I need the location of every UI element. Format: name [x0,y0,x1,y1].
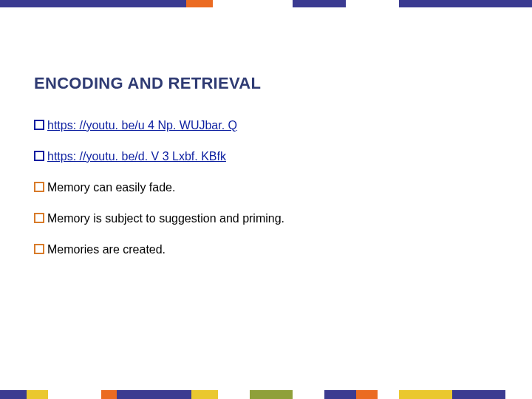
square-bullet-icon [34,244,44,254]
bullet-item: Memories are created. [34,242,498,257]
bottom-bar-segment [505,390,532,399]
bottom-bar-segment [356,390,378,399]
bottom-bar-segment [452,390,505,399]
decorative-bottom-bar [0,390,532,399]
bottom-bar-segment [250,390,293,399]
bullet-list: https: //youtu. be/u 4 Np. WUJbar. Qhttp… [34,118,498,273]
top-bar-segment [293,0,346,7]
bottom-bar-segment [0,390,27,399]
bottom-bar-segment [117,390,191,399]
decorative-top-bar [0,0,532,7]
bottom-bar-segment [324,390,356,399]
slide: ENCODING AND RETRIEVAL https: //youtu. b… [0,0,532,399]
bottom-bar-segment [399,390,452,399]
square-bullet-icon [34,213,44,223]
bullet-text: Memory is subject to suggestion and prim… [47,211,284,226]
square-bullet-icon [34,182,44,192]
top-bar-segment [346,0,399,7]
bottom-bar-segment [293,390,324,399]
top-bar-segment [213,0,293,7]
bottom-bar-segment [27,390,48,399]
slide-title: ENCODING AND RETRIEVAL [34,74,261,93]
bullet-item: Memory is subject to suggestion and prim… [34,211,498,226]
bottom-bar-segment [48,390,101,399]
top-bar-segment [399,0,532,7]
bullet-item: Memory can easily fade. [34,180,498,195]
top-bar-segment [0,0,186,7]
top-bar-segment [186,0,213,7]
bottom-bar-segment [101,390,117,399]
bullet-text: Memory can easily fade. [47,180,175,195]
bullet-link[interactable]: https: //youtu. be/u 4 Np. WUJbar. Q [47,118,237,133]
bullet-item: https: //youtu. be/d. V 3 Lxbf. KBfk [34,149,498,164]
bullet-link[interactable]: https: //youtu. be/d. V 3 Lxbf. KBfk [47,149,226,164]
square-bullet-icon [34,151,44,161]
bottom-bar-segment [218,390,250,399]
bottom-bar-segment [378,390,399,399]
square-bullet-icon [34,120,44,130]
bullet-text: Memories are created. [47,242,166,257]
bullet-item: https: //youtu. be/u 4 Np. WUJbar. Q [34,118,498,133]
bottom-bar-segment [191,390,218,399]
